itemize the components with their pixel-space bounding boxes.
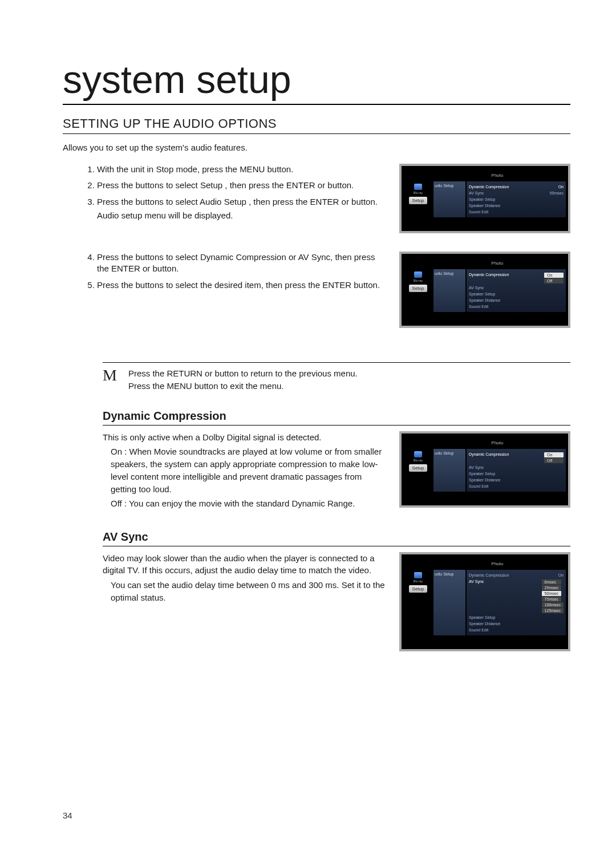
shot1-mid-tab: udio Setup xyxy=(433,181,465,217)
shot2-row-5: Sound Edit xyxy=(469,305,488,309)
screenshot-dc-detail: Photo Blu-ray Setup udio Setup Dynamic C… xyxy=(399,431,570,508)
shot4-ms25: 25msec xyxy=(542,585,562,590)
shot1-row-dist: Speaker Distance xyxy=(469,204,500,208)
av-intro: Video may look slower than the audio whe… xyxy=(103,553,375,576)
shot1-row-av-val: 50msec xyxy=(549,191,564,195)
shot3-opt-on: On xyxy=(544,452,564,457)
bluray-logo-icon xyxy=(414,572,422,578)
shot1-row-dc: Dynamic Compression xyxy=(469,185,509,189)
screenshot-avsync: Photo Blu-ray Setup udio Setup Dynamic C… xyxy=(399,552,570,651)
section-heading: SETTING UP THE AUDIO OPTIONS xyxy=(63,116,570,134)
note-block: M Press the RETURN or button to return t… xyxy=(103,362,570,392)
dc-intro: This is only active when a Dolby Digital… xyxy=(103,432,322,442)
bluray-logo-icon xyxy=(414,184,422,190)
shot1-row-av: AV Sync xyxy=(469,191,484,195)
page-number: 34 xyxy=(63,811,72,820)
shot2-opt-off: Off xyxy=(544,278,564,283)
shot4-row-3: Speaker Setup xyxy=(469,615,495,619)
shot1-top: Photo xyxy=(404,169,566,181)
shot3-top: Photo xyxy=(404,437,566,449)
shot1-row-dc-val: On xyxy=(558,185,564,189)
shot2-top: Photo xyxy=(404,257,566,269)
shot4-ms0: 0msec xyxy=(542,580,561,585)
shot1-setup-btn: Setup xyxy=(409,197,428,204)
step-3: Press the buttons to select Audio Setup … xyxy=(97,196,388,222)
shot4-setup-btn: Setup xyxy=(409,585,428,593)
shot2-row-dc: Dynamic Compression xyxy=(469,273,509,283)
dc-on: On : When Movie soundtracks are played a… xyxy=(103,445,388,495)
shot3-mid-tab: udio Setup xyxy=(433,449,465,492)
shot1-row-se: Sound Edit xyxy=(469,210,488,214)
step-1: With the unit in Stop mode, press the ME… xyxy=(97,164,388,175)
shot4-ms125: 125msec xyxy=(542,608,564,613)
step-4: Press the buttons to select Dynamic Comp… xyxy=(97,252,388,275)
bluray-logo-icon xyxy=(414,451,422,457)
shot2-row-3: Speaker Setup xyxy=(469,292,495,296)
shot3-opt-off: Off xyxy=(544,458,564,463)
shot2-setup-btn: Setup xyxy=(409,285,428,292)
screenshot-dc-select: Photo Blu-ray Setup udio Setup Dynamic C… xyxy=(399,252,570,328)
av-heading: AV Sync xyxy=(103,530,570,546)
shot4-row-5: Sound Edit xyxy=(469,628,488,632)
screenshot-audio-setup: Photo Blu-ray Setup udio Setup Dynamic C… xyxy=(399,164,570,233)
step-2: Press the buttons to select Setup , then… xyxy=(97,180,388,191)
bluray-logo-text: Blu-ray xyxy=(414,580,423,583)
shot4-row-4: Speaker Distance xyxy=(469,622,500,626)
shot2-opt-on: On xyxy=(544,273,564,278)
shot1-row-spk: Speaker Setup xyxy=(469,197,495,201)
shot3-setup-btn: Setup xyxy=(409,464,428,472)
shot2-row-4: Speaker Distance xyxy=(469,298,500,302)
shot3-row-2: AV Sync xyxy=(469,465,484,469)
shot4-top: Photo xyxy=(404,558,566,570)
shot3-row-3: Speaker Setup xyxy=(469,472,495,476)
step-3-sub: Audio setup menu will be displayed. xyxy=(97,210,388,221)
note-line-2: Press the MENU button to exit the menu. xyxy=(128,380,358,392)
section-intro: Allows you to set up the system's audio … xyxy=(63,143,570,152)
shot4-ms100: 100msec xyxy=(542,602,564,607)
shot4-ms50: 50msec xyxy=(542,591,562,596)
page-title: system setup xyxy=(63,57,570,105)
step-5: Press the buttons to select the desired … xyxy=(97,279,388,291)
shot2-mid-tab: udio Setup xyxy=(433,269,465,312)
shot3-row-dc: Dynamic Compression xyxy=(469,452,509,463)
bluray-logo-text: Blu-ray xyxy=(414,459,423,462)
shot4-row-1: Dynamic Compression xyxy=(469,573,509,577)
note-icon: M xyxy=(103,367,117,392)
av-bullet: You can set the audio delay time between… xyxy=(103,579,388,604)
shot4-row-av: AV Sync xyxy=(469,580,484,613)
shot4-mid-tab: udio Setup xyxy=(433,570,465,635)
note-line-1: Press the RETURN or button to return to … xyxy=(128,367,358,380)
shot4-row-1v: On xyxy=(558,573,564,577)
bluray-logo-icon xyxy=(414,271,422,278)
bluray-logo-text: Blu-ray xyxy=(414,191,423,194)
dc-off: Off : You can enjoy the movie with the s… xyxy=(103,497,388,510)
shot2-row-2: AV Sync xyxy=(469,286,484,290)
step-3-text: Press the buttons to select Audio Setup … xyxy=(97,197,378,206)
bluray-logo-text: Blu-ray xyxy=(414,279,423,282)
shot3-row-4: Speaker Distance xyxy=(469,478,500,482)
shot3-row-5: Sound Edit xyxy=(469,484,488,488)
shot4-ms75: 75msec xyxy=(542,597,562,602)
dc-heading: Dynamic Compression xyxy=(103,410,570,426)
